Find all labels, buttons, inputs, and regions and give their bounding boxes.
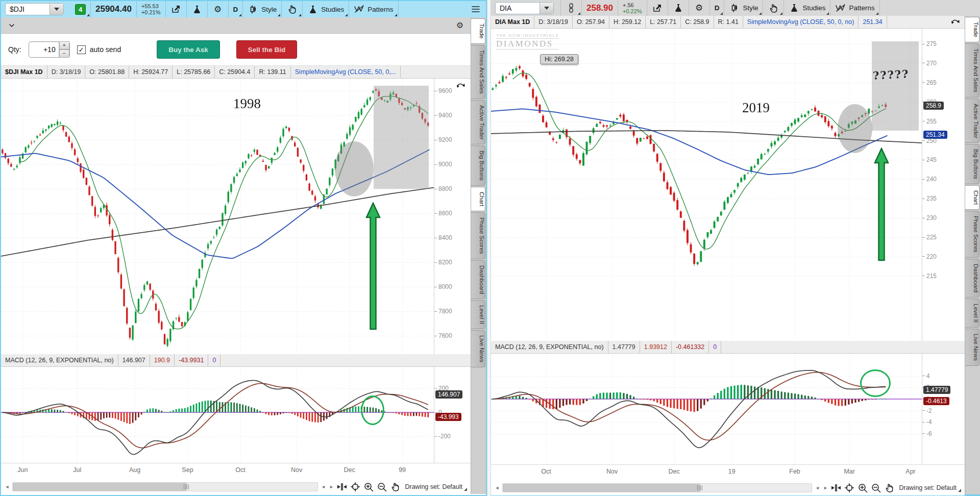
drawing-tools-button[interactable] [763,0,784,16]
drawing-tools-button[interactable] [282,1,303,17]
settings-button[interactable]: ⚙ [689,0,710,16]
shaded-ellipse-drawing[interactable] [335,141,374,196]
symbol-text[interactable]: $DJI [6,5,50,13]
tab-trade[interactable]: Trade [471,18,485,44]
candle-width-icon[interactable] [830,482,842,493]
tab-dashboard[interactable]: Dashboard [471,260,485,299]
macd-canvas-right[interactable] [491,354,922,464]
sell-bid-button[interactable]: Sell the Bid [236,40,298,59]
tab-live-news[interactable]: Live News [965,329,979,366]
question-marks-annotation[interactable]: ????? [872,67,910,82]
chart-scrollbar[interactable] [502,483,812,492]
settings-button[interactable]: ⚙ [208,1,229,17]
crosshair-icon[interactable] [844,482,855,493]
patterns-button[interactable]: Patterns [349,1,398,17]
symbol-dropdown-button[interactable] [540,3,553,14]
scroll-left-arrow[interactable]: ◄ [494,484,500,492]
study-label[interactable]: SimpleMovingAvg (CLOSE, 50, 0, no) [743,16,859,28]
quick-study-button[interactable] [668,0,689,16]
zoom-in-icon[interactable] [857,482,868,493]
macd-chart-left[interactable] [1,367,434,463]
tab-trade[interactable]: Trade [965,17,979,42]
link-button[interactable] [561,0,582,16]
style-button[interactable]: Style [724,0,763,16]
buy-ask-button[interactable]: Buy the Ask [157,40,220,59]
tab-phase-scores[interactable]: Phase Scores [965,211,979,258]
qty-decrement-button[interactable]: − [59,49,69,58]
symbol-combo[interactable]: DIA [491,0,561,16]
drawing-set-selector[interactable]: Drawing set: Default [403,482,468,491]
studies-button[interactable]: Studies [784,0,830,16]
drawing-set-selector[interactable]: Drawing set: Default [897,483,962,492]
symbol-dropdown-button[interactable] [50,4,63,15]
tab-big-buttons[interactable]: Big Buttons [471,145,485,186]
collapse-chevron-icon[interactable] [6,20,17,31]
price-chart-right[interactable]: THE DOW INDUSTRIALS DIAMONDS Hi: 269.28 … [491,29,922,341]
auto-send-checkbox[interactable]: ✓ [77,45,86,54]
gear-icon: ⚙ [694,3,705,13]
tab-level-ii[interactable]: Level II [965,299,979,328]
macd-title[interactable]: MACD (12, 26, 9, EXPONENTIAL, no) [491,341,608,353]
qty-increment-button[interactable]: + [59,41,69,49]
panel-divider[interactable] [487,0,491,496]
macd-chart-right[interactable] [491,354,922,464]
green-circle-drawing[interactable] [361,395,384,425]
tab-times-and-sales[interactable]: Times And Sales [471,45,485,99]
crosshair-icon[interactable] [350,481,361,492]
scroll-step-left[interactable]: ◄ [814,484,820,492]
study-label[interactable]: SimpleMovingAvg (CLOSE, 50, 0,... [291,66,401,78]
scroll-left-arrow[interactable]: ◄ [4,483,10,491]
symbol-input-box[interactable]: DIA [495,2,554,14]
zoom-out-icon[interactable] [376,481,387,492]
tab-active-trader[interactable]: Active Trader [965,98,979,143]
zoom-in-icon[interactable] [363,481,374,492]
share-button[interactable] [166,1,187,17]
style-button[interactable]: Style [243,1,282,17]
interval-button[interactable]: D [710,0,725,16]
green-circle-drawing[interactable] [860,369,891,397]
year-annotation[interactable]: 1998 [233,96,261,112]
link-group-badge[interactable]: 4 [70,1,91,17]
macd-title[interactable]: MACD (12, 26, 9, EXPONENTIAL, no) [1,354,118,366]
tab-times-and-sales[interactable]: Times And Sales [965,43,979,97]
green-up-arrow-drawing[interactable] [874,147,889,262]
pan-hand-icon[interactable] [884,482,895,493]
price-chart-canvas-right[interactable] [491,29,922,341]
quantity-stepper[interactable]: +10 +− [29,41,70,58]
tab-chart[interactable]: Chart [471,187,485,211]
zoom-out-icon[interactable] [870,482,881,493]
shaded-rect-drawing[interactable] [872,41,919,131]
cursor-mode-icon[interactable] [946,16,965,28]
tab-phase-scores[interactable]: Phase Scores [471,212,485,259]
tab-dashboard[interactable]: Dashboard [965,259,979,297]
tab-big-buttons[interactable]: Big Buttons [965,144,979,184]
cursor-mode-icon[interactable] [455,81,467,91]
share-button[interactable] [647,0,668,16]
tab-level-ii[interactable]: Level II [471,300,485,329]
gadget-gear-icon[interactable]: ⚙ [454,20,465,31]
tab-live-news[interactable]: Live News [471,330,485,367]
scroll-step-right[interactable]: ► [328,483,334,491]
symbol-combo[interactable]: $DJI [1,1,70,17]
pan-hand-icon[interactable] [389,481,401,492]
quick-study-button[interactable] [187,1,208,17]
chart-menu-button[interactable] [465,1,486,17]
symbol-text[interactable]: DIA [496,4,540,12]
scroll-step-right[interactable]: ► [822,484,828,492]
tab-active-trader[interactable]: Active Trader [471,100,485,145]
qty-value[interactable]: +10 [29,45,59,54]
patterns-button[interactable]: Patterns [830,0,879,16]
high-price-note[interactable]: Hi: 269.28 [540,54,578,64]
candle-width-icon[interactable] [336,481,348,492]
chart-scrollbar[interactable] [12,482,318,491]
green-up-arrow-drawing[interactable] [365,202,381,331]
shaded-rect-drawing[interactable] [374,86,429,189]
symbol-input-box[interactable]: $DJI [5,3,64,15]
studies-button[interactable]: Studies [303,1,349,17]
tab-chart[interactable]: Chart [965,185,979,210]
year-annotation[interactable]: 2019 [742,100,770,116]
scroll-step-left[interactable]: ◄ [320,483,326,491]
price-chart-left[interactable]: 1998 [1,79,434,354]
interval-button[interactable]: D [229,1,243,17]
shaded-ellipse-drawing[interactable] [838,104,872,153]
